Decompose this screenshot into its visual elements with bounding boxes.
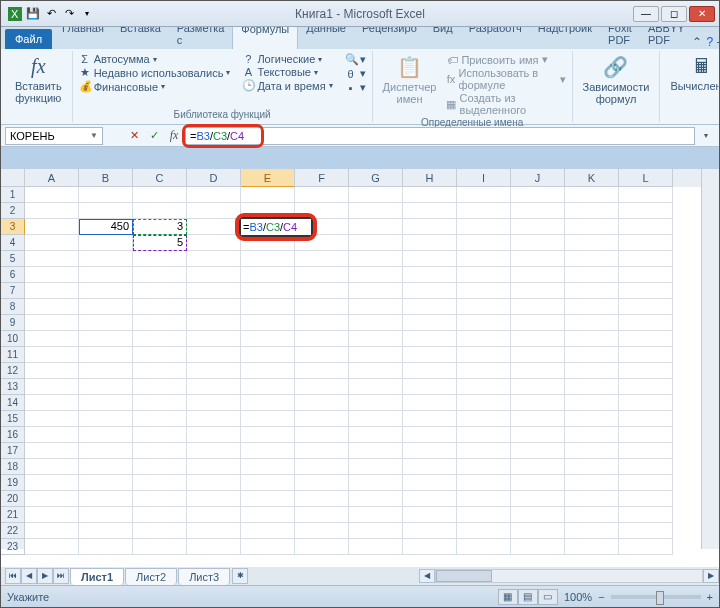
cell[interactable] xyxy=(457,411,511,427)
cell[interactable] xyxy=(457,379,511,395)
use-in-formula-button[interactable]: fxИспользовать в формуле ▾ xyxy=(446,67,565,91)
row-header[interactable]: 22 xyxy=(1,523,25,539)
cell[interactable] xyxy=(241,235,295,251)
column-header[interactable]: L xyxy=(619,169,673,187)
row-header[interactable]: 2 xyxy=(1,203,25,219)
active-cell-editor[interactable]: =B3/C3/C4 xyxy=(239,217,313,237)
cell[interactable] xyxy=(565,539,619,555)
page-layout-view-button[interactable]: ▤ xyxy=(518,589,538,605)
cell[interactable] xyxy=(241,379,295,395)
cell[interactable] xyxy=(457,299,511,315)
cell[interactable] xyxy=(79,507,133,523)
cell[interactable] xyxy=(511,411,565,427)
cell[interactable] xyxy=(241,187,295,203)
row-header[interactable]: 10 xyxy=(1,331,25,347)
cell[interactable] xyxy=(241,443,295,459)
cell[interactable] xyxy=(241,251,295,267)
cell[interactable] xyxy=(241,283,295,299)
cell[interactable] xyxy=(565,459,619,475)
cell[interactable] xyxy=(619,283,673,299)
cell[interactable] xyxy=(457,395,511,411)
cell[interactable] xyxy=(511,187,565,203)
cell[interactable] xyxy=(457,347,511,363)
sheet-nav-next[interactable]: ▶ xyxy=(37,568,53,584)
cell[interactable] xyxy=(619,443,673,459)
cell[interactable] xyxy=(403,251,457,267)
cell[interactable] xyxy=(403,459,457,475)
cell[interactable] xyxy=(25,235,79,251)
cell[interactable] xyxy=(187,395,241,411)
cell[interactable] xyxy=(187,507,241,523)
cell[interactable] xyxy=(457,235,511,251)
column-header[interactable]: I xyxy=(457,169,511,187)
cell[interactable] xyxy=(295,251,349,267)
cell[interactable] xyxy=(565,379,619,395)
cell[interactable] xyxy=(565,203,619,219)
cell[interactable] xyxy=(133,475,187,491)
cell[interactable] xyxy=(187,219,241,235)
cell[interactable] xyxy=(25,363,79,379)
cell[interactable] xyxy=(349,507,403,523)
cell[interactable] xyxy=(619,459,673,475)
cell[interactable] xyxy=(187,475,241,491)
normal-view-button[interactable]: ▦ xyxy=(498,589,518,605)
scroll-right-icon[interactable]: ▶ xyxy=(703,569,719,583)
cell[interactable] xyxy=(403,203,457,219)
cell[interactable] xyxy=(403,539,457,555)
cell[interactable] xyxy=(79,235,133,251)
row-header[interactable]: 3 xyxy=(1,219,25,235)
cell[interactable] xyxy=(295,283,349,299)
cell[interactable] xyxy=(187,523,241,539)
cell[interactable] xyxy=(403,219,457,235)
name-box-dropdown-icon[interactable]: ▼ xyxy=(90,131,98,140)
cell[interactable] xyxy=(457,203,511,219)
cell[interactable] xyxy=(511,379,565,395)
undo-icon[interactable]: ↶ xyxy=(43,6,59,22)
cell[interactable] xyxy=(403,283,457,299)
cell[interactable] xyxy=(619,523,673,539)
cell[interactable] xyxy=(295,427,349,443)
cell[interactable] xyxy=(241,267,295,283)
cell[interactable] xyxy=(25,187,79,203)
cell[interactable] xyxy=(511,491,565,507)
cell[interactable] xyxy=(25,395,79,411)
cell[interactable] xyxy=(349,299,403,315)
cell[interactable] xyxy=(133,315,187,331)
cell[interactable] xyxy=(25,283,79,299)
cell[interactable] xyxy=(511,443,565,459)
cell[interactable] xyxy=(187,235,241,251)
cell[interactable] xyxy=(133,283,187,299)
minimize-button[interactable]: — xyxy=(633,6,659,22)
cell[interactable] xyxy=(187,299,241,315)
horizontal-scrollbar[interactable]: ◀ ▶ xyxy=(419,568,719,584)
cell[interactable] xyxy=(25,315,79,331)
cell[interactable] xyxy=(25,539,79,555)
vertical-scrollbar[interactable] xyxy=(701,169,719,549)
cell[interactable] xyxy=(619,299,673,315)
cell[interactable] xyxy=(187,491,241,507)
cell[interactable] xyxy=(25,331,79,347)
cell[interactable] xyxy=(79,411,133,427)
cell[interactable] xyxy=(565,475,619,491)
cell[interactable] xyxy=(295,475,349,491)
cell[interactable] xyxy=(565,299,619,315)
file-tab[interactable]: Файл xyxy=(5,29,52,49)
cell[interactable] xyxy=(295,459,349,475)
cell[interactable] xyxy=(457,363,511,379)
insert-fx-button[interactable]: fx xyxy=(165,127,183,145)
row-header[interactable]: 5 xyxy=(1,251,25,267)
cell[interactable] xyxy=(241,427,295,443)
cell[interactable] xyxy=(511,219,565,235)
cancel-button[interactable]: ✕ xyxy=(125,127,143,145)
cell[interactable] xyxy=(25,267,79,283)
cell[interactable] xyxy=(403,315,457,331)
cell[interactable]: 3 xyxy=(133,219,187,235)
cell[interactable] xyxy=(457,459,511,475)
cell[interactable] xyxy=(79,395,133,411)
row-header[interactable]: 16 xyxy=(1,427,25,443)
column-header[interactable]: D xyxy=(187,169,241,187)
cell[interactable] xyxy=(25,475,79,491)
cell[interactable] xyxy=(295,395,349,411)
zoom-slider[interactable] xyxy=(611,595,701,599)
column-header[interactable]: H xyxy=(403,169,457,187)
